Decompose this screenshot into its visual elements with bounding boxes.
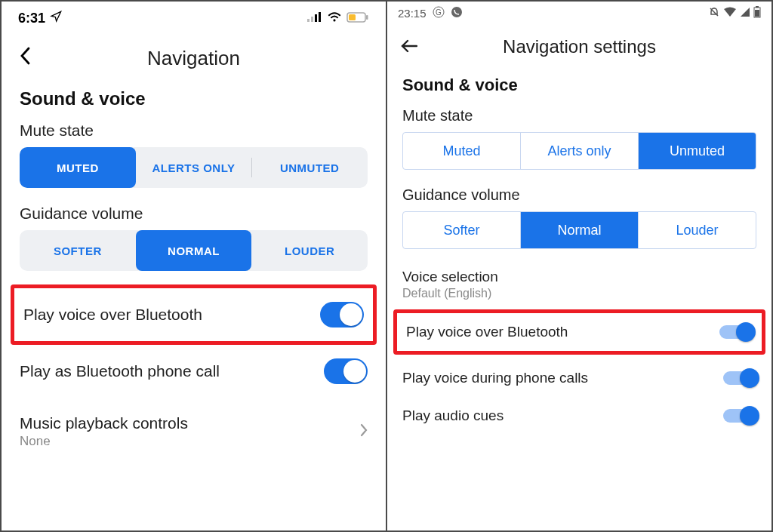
chevron-right-icon	[360, 422, 368, 441]
play-voice-bluetooth-label: Play voice over Bluetooth	[406, 324, 719, 340]
svg-rect-3	[319, 12, 321, 22]
section-sound-voice: Sound & voice	[2, 85, 386, 118]
highlight-box: Play voice over Bluetooth	[393, 309, 765, 355]
highlight-box: Play voice over Bluetooth	[11, 284, 377, 345]
play-voice-bluetooth-toggle[interactable]	[719, 325, 753, 339]
mute-state-segmented: MUTED ALERTS ONLY UNMUTED	[20, 147, 368, 188]
play-audio-cues-toggle[interactable]	[723, 409, 756, 423]
play-voice-bluetooth-row[interactable]: Play voice over Bluetooth	[14, 288, 373, 341]
svg-text:G: G	[436, 8, 442, 17]
svg-point-4	[333, 19, 335, 21]
page-title: Navigation settings	[401, 36, 758, 57]
guidance-volume-label: Guidance volume	[387, 183, 771, 211]
svg-rect-12	[756, 6, 759, 8]
voice-selection-label: Voice selection	[402, 269, 756, 285]
play-bluetooth-phonecall-toggle[interactable]	[324, 358, 368, 384]
play-bluetooth-phonecall-row[interactable]: Play as Bluetooth phone call	[2, 345, 386, 398]
wifi-icon	[723, 7, 737, 20]
guidance-volume-label: Guidance volume	[2, 201, 386, 230]
mute-bell-icon	[708, 6, 720, 20]
music-playback-label: Music playback controls	[20, 414, 360, 432]
voice-selection-row[interactable]: Voice selection Default (English)	[387, 263, 771, 305]
guidance-volume-segmented: Softer Normal Louder	[402, 211, 756, 249]
google-badge-icon: G	[433, 6, 445, 20]
svg-rect-1	[311, 17, 313, 22]
volume-option-softer[interactable]: Softer	[403, 212, 520, 248]
play-voice-during-calls-toggle[interactable]	[723, 371, 756, 385]
svg-rect-0	[307, 19, 310, 22]
battery-icon	[346, 11, 369, 26]
volume-option-softer[interactable]: SOFTER	[20, 230, 136, 271]
cellular-icon	[307, 11, 322, 26]
mute-option-muted[interactable]: Muted	[403, 133, 520, 169]
play-voice-during-calls-label: Play voice during phone calls	[402, 370, 723, 386]
svg-rect-2	[315, 14, 317, 22]
mute-state-label: Mute state	[387, 104, 771, 132]
play-voice-bluetooth-toggle[interactable]	[320, 302, 364, 328]
svg-rect-7	[366, 15, 368, 20]
ios-status-bar: 6:31	[2, 2, 386, 32]
phone-badge-icon	[451, 6, 463, 20]
status-time: 23:15	[398, 7, 427, 20]
location-icon	[50, 11, 62, 26]
play-bluetooth-phonecall-label: Play as Bluetooth phone call	[20, 362, 324, 380]
volume-option-louder[interactable]: Louder	[638, 212, 756, 248]
volume-option-normal[interactable]: Normal	[520, 212, 638, 248]
battery-icon	[753, 6, 761, 20]
cellular-icon	[740, 7, 750, 20]
mute-option-alerts[interactable]: ALERTS ONLY	[136, 147, 252, 188]
volume-option-normal[interactable]: NORMAL	[136, 230, 252, 271]
section-sound-voice: Sound & voice	[387, 72, 771, 104]
mute-option-unmuted[interactable]: UNMUTED	[251, 147, 368, 188]
mute-state-label: Mute state	[2, 118, 386, 147]
status-time: 6:31	[18, 11, 45, 26]
play-voice-bluetooth-row[interactable]: Play voice over Bluetooth	[397, 313, 762, 351]
play-audio-cues-row[interactable]: Play audio cues	[387, 397, 771, 435]
volume-option-louder[interactable]: LOUDER	[251, 230, 368, 271]
mute-option-unmuted[interactable]: Unmuted	[638, 133, 756, 169]
mute-option-alerts[interactable]: Alerts only	[520, 133, 638, 169]
play-audio-cues-label: Play audio cues	[402, 407, 723, 424]
play-voice-bluetooth-label: Play voice over Bluetooth	[23, 306, 320, 324]
voice-selection-value: Default (English)	[402, 287, 756, 300]
mute-state-segmented: Muted Alerts only Unmuted	[402, 132, 756, 170]
android-status-bar: 23:15 G	[387, 2, 771, 23]
play-voice-during-calls-row[interactable]: Play voice during phone calls	[387, 359, 771, 397]
guidance-volume-segmented: SOFTER NORMAL LOUDER	[20, 230, 368, 271]
mute-option-muted[interactable]: MUTED	[20, 147, 136, 188]
page-title: Navigation	[20, 47, 368, 70]
svg-rect-13	[755, 10, 759, 17]
svg-point-10	[451, 7, 462, 17]
music-playback-row[interactable]: Music playback controls None	[2, 398, 386, 463]
svg-rect-6	[349, 14, 356, 20]
music-playback-value: None	[20, 434, 360, 449]
wifi-icon	[327, 11, 342, 26]
